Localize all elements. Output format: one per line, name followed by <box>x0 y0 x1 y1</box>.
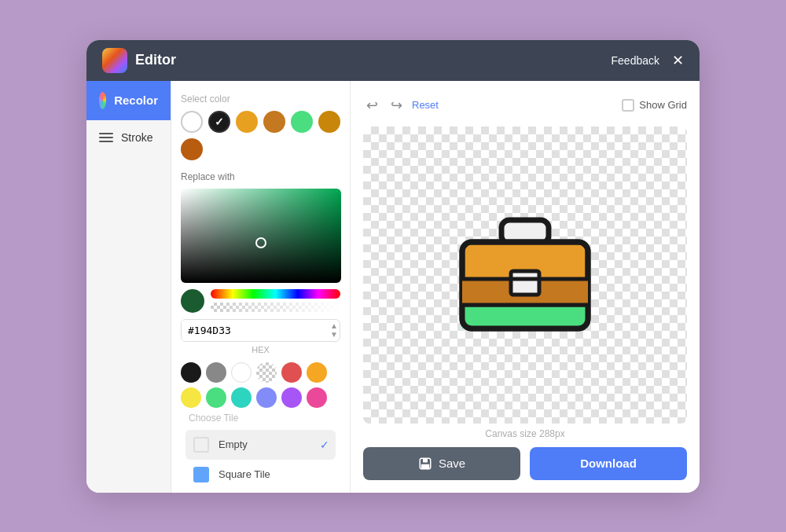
download-button[interactable]: Download <box>530 447 687 480</box>
close-button[interactable]: ✕ <box>672 52 684 69</box>
save-label: Save <box>439 457 465 470</box>
canvas-area <box>363 127 687 424</box>
picker-handle <box>255 237 266 248</box>
svg-rect-12 <box>421 464 430 468</box>
preset-color-swatch[interactable] <box>307 362 327 383</box>
hex-input[interactable] <box>182 320 327 341</box>
svg-rect-11 <box>423 458 428 462</box>
redo-button[interactable]: ↪ <box>387 94 406 117</box>
briefcase-icon <box>446 204 604 346</box>
tile-list: Empty✓Square TileRounded TileCircle Tile… <box>185 430 336 493</box>
canvas-toolbar: ↩ ↪ Reset Show Grid <box>363 94 687 117</box>
preset-color-swatch[interactable] <box>181 362 201 383</box>
tile-shape-square <box>193 467 209 482</box>
select-color-label: Select color <box>181 94 340 105</box>
tile-item[interactable]: Empty✓ <box>185 430 336 460</box>
color-swatch[interactable] <box>181 111 203 133</box>
preset-color-swatch[interactable] <box>231 362 252 383</box>
color-swatch[interactable] <box>263 111 285 133</box>
preset-color-swatch[interactable] <box>256 362 277 383</box>
preset-color-swatch[interactable] <box>206 387 226 408</box>
tile-section-label: Choose Tile <box>185 413 336 424</box>
svg-rect-7 <box>511 271 539 295</box>
hue-slider[interactable] <box>211 289 340 299</box>
canvas-panel: ↩ ↪ Reset Show Grid <box>351 81 700 493</box>
show-grid-checkbox[interactable] <box>622 99 634 112</box>
undo-button[interactable]: ↩ <box>363 94 381 117</box>
middle-panel: Select color ✓ Replace with ▲ ▼ <box>171 81 351 493</box>
main-body: Recolor Stroke Select color ✓ Replace wi… <box>86 81 700 493</box>
color-swatch[interactable] <box>318 111 340 133</box>
tile-item[interactable]: Square Tile <box>185 460 336 490</box>
color-swatch[interactable]: ✓ <box>208 111 230 133</box>
color-swatch[interactable] <box>236 111 258 133</box>
replace-with-label: Replace with <box>181 171 340 182</box>
save-button[interactable]: Save <box>363 447 520 480</box>
preset-colors-row-2 <box>181 387 340 408</box>
show-grid-wrap: Show Grid <box>622 99 687 112</box>
color-swatch[interactable] <box>181 138 203 160</box>
save-icon <box>418 457 432 471</box>
tile-item[interactable]: Rounded Tile <box>185 490 336 493</box>
show-grid-label: Show Grid <box>639 99 687 111</box>
recolor-label: Recolor <box>114 94 158 107</box>
feedback-button[interactable]: Feedback <box>612 54 659 67</box>
app-logo <box>102 48 127 73</box>
tile-name: Square Tile <box>219 468 329 480</box>
canvas-actions: Save Download <box>363 447 687 480</box>
app-title: Editor <box>135 52 612 68</box>
preset-color-swatch[interactable] <box>307 387 327 408</box>
hue-row <box>181 289 340 313</box>
color-gradient-picker[interactable] <box>181 189 341 283</box>
preset-color-swatch[interactable] <box>281 387 302 408</box>
color-swatches: ✓ <box>181 111 340 160</box>
reset-button[interactable]: Reset <box>412 99 439 111</box>
tile-name: Empty <box>219 438 312 450</box>
hex-input-row: ▲ ▼ <box>181 319 340 342</box>
preset-color-swatch[interactable] <box>281 362 302 383</box>
canvas-size-label: Canvas size 288px <box>363 428 687 439</box>
titlebar: Editor Feedback ✕ <box>86 40 700 81</box>
preset-color-swatch[interactable] <box>231 387 252 408</box>
sidebar-item-stroke[interactable]: Stroke <box>86 120 171 155</box>
hex-label: HEX <box>181 345 340 354</box>
preset-color-swatch[interactable] <box>181 387 201 408</box>
tile-shape-empty <box>193 437 209 453</box>
preset-color-swatch[interactable] <box>206 362 226 383</box>
sidebar: Recolor Stroke <box>86 81 171 493</box>
tile-selected-check: ✓ <box>320 438 329 451</box>
tile-chooser: Choose Tile Empty✓Square TileRounded Til… <box>181 413 340 493</box>
recolor-icon <box>99 92 106 109</box>
alpha-slider[interactable] <box>211 303 340 312</box>
stroke-icon <box>99 133 113 142</box>
sidebar-item-recolor[interactable]: Recolor <box>86 81 171 120</box>
editor-window: Editor Feedback ✕ Recolor Stroke Select <box>86 40 700 493</box>
selected-color-preview <box>181 289 204 313</box>
preset-colors-row-1 <box>181 362 340 383</box>
color-swatch[interactable] <box>291 111 313 133</box>
stroke-label: Stroke <box>121 131 152 144</box>
preset-color-swatch[interactable] <box>256 387 277 408</box>
hex-arrows[interactable]: ▲ ▼ <box>327 320 340 340</box>
